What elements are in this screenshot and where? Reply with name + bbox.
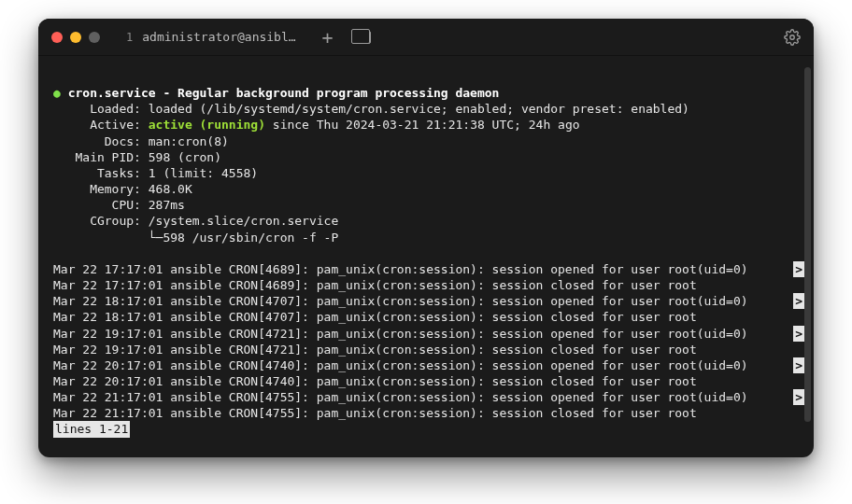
log-line: Mar 22 19:17:01 ansible CRON[4721]: pam_… [53,326,799,342]
log-line: Mar 22 21:17:01 ansible CRON[4755]: pam_… [53,405,799,421]
log-line: Mar 22 20:17:01 ansible CRON[4740]: pam_… [53,373,799,389]
tab-title: administrator@ansibl… [142,30,295,44]
log-text: Mar 22 18:17:01 ansible CRON[4707]: pam_… [53,309,697,325]
tab-current[interactable]: 1 administrator@ansibl… [121,19,309,55]
log-text: Mar 22 19:17:01 ansible CRON[4721]: pam_… [53,342,697,357]
active-label: Active: [53,118,141,132]
log-line: Mar 22 20:17:01 ansible CRON[4740]: pam_… [53,357,799,373]
tasks-value: 1 (limit: 4558) [141,166,258,180]
memory-value: 468.0K [141,182,192,196]
loaded-value: loaded (/lib/systemd/system/cron.service… [141,102,689,116]
log-text: Mar 22 21:17:01 ansible CRON[4755]: pam_… [53,389,748,405]
scrollbar[interactable] [804,67,811,422]
log-text: Mar 22 18:17:01 ansible CRON[4707]: pam_… [53,293,748,309]
log-text: Mar 22 20:17:01 ansible CRON[4740]: pam_… [53,373,697,389]
active-suffix: since Thu 2024-03-21 21:21:38 UTC; 24h a… [265,118,580,132]
docs-label: Docs: [53,134,141,148]
service-name-line: cron.service - Regular background progra… [68,86,500,100]
tab-number: 1 [126,31,133,44]
settings-icon[interactable] [784,29,801,46]
log-text: Mar 22 19:17:01 ansible CRON[4721]: pam_… [53,326,748,342]
cpu-value: 287ms [141,198,185,212]
loaded-label: Loaded: [53,102,141,116]
cpu-label: CPU: [53,198,141,212]
terminal-viewport: ● cron.service - Regular background prog… [38,56,814,457]
terminal-output[interactable]: ● cron.service - Regular background prog… [38,56,814,457]
pager-status: lines 1-21 [53,421,130,437]
minimize-button[interactable] [70,32,81,43]
mainpid-label: Main PID: [53,150,141,164]
log-line: Mar 22 18:17:01 ansible CRON[4707]: pam_… [53,309,799,325]
status-bullet: ● [53,86,61,100]
tasks-label: Tasks: [53,166,141,180]
log-text: Mar 22 17:17:01 ansible CRON[4689]: pam_… [53,261,748,277]
truncation-indicator: > [793,357,804,373]
window-controls [51,32,100,43]
log-line: Mar 22 19:17:01 ansible CRON[4721]: pam_… [53,342,799,357]
log-line: Mar 22 17:17:01 ansible CRON[4689]: pam_… [53,277,799,293]
new-tab-button[interactable]: + [309,26,347,49]
cgroup-value: /system.slice/cron.service [141,214,338,228]
log-lines: Mar 22 17:17:01 ansible CRON[4689]: pam_… [53,261,799,422]
log-line: Mar 22 17:17:01 ansible CRON[4689]: pam_… [53,261,799,277]
log-text: Mar 22 20:17:01 ansible CRON[4740]: pam_… [53,357,748,373]
active-value: active (running) [149,118,265,132]
truncation-indicator: > [793,261,804,277]
truncation-indicator: > [793,389,804,405]
log-text: Mar 22 21:17:01 ansible CRON[4755]: pam_… [53,405,697,421]
log-line: Mar 22 21:17:01 ansible CRON[4755]: pam_… [53,389,799,405]
titlebar: 1 administrator@ansibl… + [38,19,814,56]
terminal-window: 1 administrator@ansibl… + ● cron.service… [38,19,814,457]
truncation-indicator: > [793,293,804,309]
close-button[interactable] [51,32,63,43]
svg-point-0 [790,35,795,39]
panes-icon[interactable] [354,31,371,44]
log-line: Mar 22 18:17:01 ansible CRON[4707]: pam_… [53,293,799,309]
docs-value: man:cron(8) [141,134,229,148]
cgroup-tree: └─598 /usr/sbin/cron -f -P [53,231,338,245]
truncation-indicator: > [793,326,804,342]
log-text: Mar 22 17:17:01 ansible CRON[4689]: pam_… [53,277,697,293]
cgroup-label: CGroup: [53,214,141,228]
mainpid-value: 598 (cron) [141,150,221,164]
zoom-button[interactable] [89,32,100,43]
memory-label: Memory: [53,182,141,196]
